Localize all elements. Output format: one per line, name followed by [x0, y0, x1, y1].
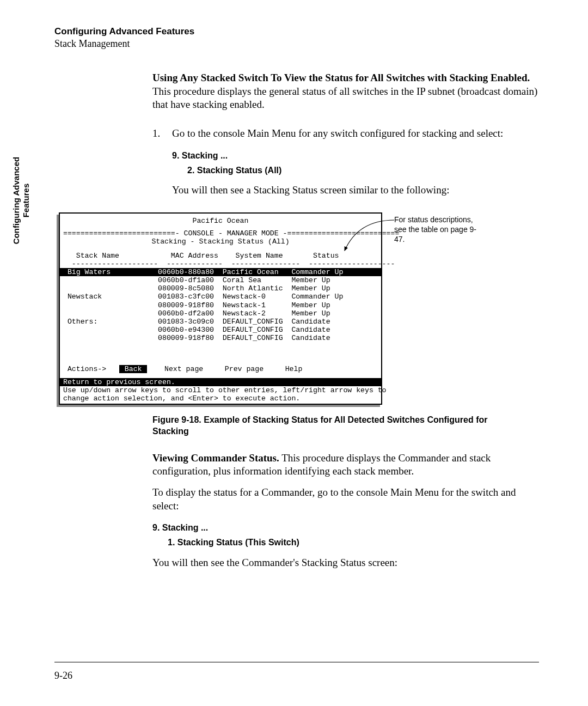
menu-item-stacking-status-all: 2. Stacking Status (All) [187, 165, 539, 176]
terminal-return-line: Return to previous screen. [60, 378, 381, 386]
action-back[interactable]: Back [119, 365, 147, 373]
table-row: 080009-918f80 DEFAULT_CONFIG Candidate [60, 334, 381, 342]
terminal-help-2: change action selection, and <Enter> to … [60, 394, 381, 403]
side-tab: Configuring Advanced Features [13, 153, 29, 248]
header-title: Configuring Advanced Features [54, 26, 539, 37]
table-row: 080009-918f80 Newstack-1 Member Up [60, 301, 381, 309]
body-content: Using Any Stacked Switch To View the Sta… [152, 71, 539, 197]
footer-rule [54, 662, 539, 662]
section2-para2: To display the status for a Commander, g… [152, 486, 539, 513]
table-row: 0060b0-e94300 DEFAULT_CONFIG Candidate [60, 326, 381, 334]
table-row: 0060b0-df2a00 Newstack-2 Member Up [60, 309, 381, 318]
table-row: 0060b0-df1a00 Coral Sea Member Up [60, 276, 381, 284]
menu-item-stacking-2: 9. Stacking ... [152, 522, 539, 534]
terminal-title: Pacific Ocean [60, 217, 381, 225]
terminal-screenshot: Pacific Ocean ==========================… [59, 212, 382, 405]
figure-caption: Figure 9-18. Example of Stacking Status … [152, 415, 495, 437]
table-row: Big Waters 0060b0-880a80 Pacific Ocean C… [60, 268, 381, 276]
table-row: 080009-8c5080 North Atlantic Member Up [60, 284, 381, 293]
intro-lead: Using Any Stacked Switch To View the Sta… [152, 72, 530, 83]
figure-area: Pacific Ocean ==========================… [54, 212, 490, 405]
terminal-subtitle: Stacking - Stacking Status (All) [60, 238, 381, 246]
header-subtitle: Stack Management [54, 38, 539, 50]
terminal-help-1: Use up/down arrow keys to scroll to othe… [60, 386, 381, 394]
step-text: Go to the console Main Menu for any swit… [172, 127, 539, 141]
intro-rest: This procedure displays the general stat… [152, 86, 537, 111]
action-help[interactable]: Help [285, 365, 303, 373]
page-header: Configuring Advanced Features Stack Mana… [54, 26, 539, 50]
terminal-actions: Actions-> Back Next page Prev page Help [60, 365, 381, 373]
action-next-page[interactable]: Next page [164, 365, 203, 373]
section-viewing-commander: Viewing Commander Status. This procedure… [152, 452, 539, 570]
step-followup: You will then see a Stacking Status scre… [172, 184, 539, 197]
terminal-header-divider: -------------------- ------------- -----… [60, 260, 381, 268]
terminal-mode-line: ==========================- CONSOLE - MA… [60, 229, 381, 238]
table-row: Others: 001083-3c09c0 DEFAULT_CONFIG Can… [60, 318, 381, 326]
menu-item-stacking-status-this: 1. Stacking Status (This Switch) [168, 537, 539, 549]
action-prev-page[interactable]: Prev page [225, 365, 264, 373]
section2-followup: You will then see the Commander's Stacki… [152, 556, 539, 570]
terminal-headers: Stack Name MAC Address System Name Statu… [60, 252, 381, 260]
side-tab-line1: Configuring Advanced [11, 156, 21, 244]
table-row: Newstack 001083-c3fc00 Newstack-0 Comman… [60, 293, 381, 301]
menu-item-stacking: 9. Stacking ... [172, 150, 539, 162]
annotation-status-descriptions: For status descriptions, see the table o… [394, 215, 487, 245]
page-number: 9-26 [54, 670, 72, 681]
section2-lead: Viewing Commander Status. [152, 452, 279, 464]
side-tab-line2: Features [21, 183, 30, 217]
step-number: 1. [152, 127, 172, 197]
